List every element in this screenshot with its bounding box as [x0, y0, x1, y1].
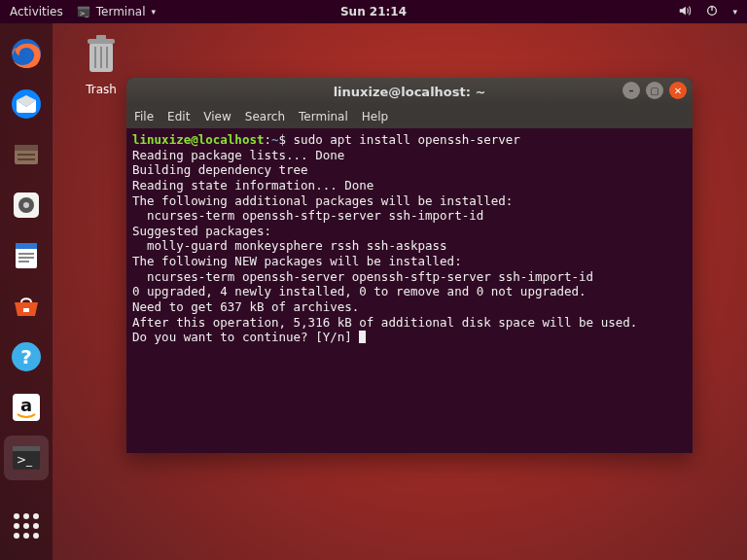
prompt-path: ~: [271, 132, 279, 147]
writer-icon: [9, 238, 44, 273]
shutdown-icon: [705, 4, 719, 18]
chevron-down-icon: ▾: [151, 7, 156, 17]
output-line: Reading package lists... Done: [132, 148, 344, 162]
window-minimize-button[interactable]: –: [622, 82, 640, 99]
sound-icon[interactable]: [678, 4, 692, 20]
output-line: The following NEW packages will be insta…: [132, 254, 462, 268]
firefox-icon: [9, 36, 44, 71]
dock-rhythmbox[interactable]: [4, 183, 49, 228]
apps-grid-icon: [14, 513, 39, 539]
svg-rect-8: [15, 145, 38, 151]
power-icon[interactable]: [705, 4, 719, 20]
clock[interactable]: Sun 21:14: [340, 5, 407, 18]
menu-file[interactable]: File: [134, 110, 154, 123]
terminal-window: linuxize@localhost: ~ – ▢ ✕ File Edit Vi…: [126, 78, 693, 453]
dock-firefox[interactable]: [4, 31, 49, 76]
window-maximize-button[interactable]: ▢: [646, 82, 663, 99]
terminal-body[interactable]: linuxize@localhost:~$ sudo apt install o…: [126, 128, 693, 453]
window-close-button[interactable]: ✕: [669, 82, 687, 99]
svg-rect-25: [13, 446, 40, 451]
dock-thunderbird[interactable]: [4, 82, 49, 126]
top-bar: Activities >_ Terminal ▾ Sun 21:14 ▾: [0, 0, 747, 23]
output-line: ncurses-term openssh-server openssh-sftp…: [132, 269, 593, 284]
trash-label: Trash: [72, 83, 130, 96]
svg-rect-15: [16, 243, 37, 249]
volume-icon: [678, 4, 692, 18]
output-line: Building dependency tree: [132, 162, 308, 177]
window-titlebar[interactable]: linuxize@localhost: ~ – ▢ ✕: [126, 78, 693, 105]
terminal-icon: >_: [77, 5, 90, 18]
software-icon: [9, 289, 44, 324]
menu-terminal[interactable]: Terminal: [299, 110, 348, 123]
activities-button[interactable]: Activities: [10, 5, 63, 18]
system-menu-chevron-icon[interactable]: ▾: [732, 7, 737, 17]
prompt-sep: :: [264, 132, 271, 147]
output-line: Need to get 637 kB of archives.: [132, 299, 359, 314]
svg-rect-19: [23, 308, 29, 312]
app-menu[interactable]: >_ Terminal ▾: [77, 5, 156, 18]
rhythmbox-icon: [9, 188, 44, 223]
svg-text:?: ?: [20, 345, 32, 368]
svg-rect-16: [18, 253, 34, 255]
app-menu-label: Terminal: [96, 5, 146, 18]
dock-terminal[interactable]: >_: [4, 436, 49, 480]
amazon-icon: a: [9, 390, 44, 425]
thunderbird-icon: [9, 87, 44, 122]
files-icon: [9, 137, 44, 172]
output-line: molly-guard monkeysphere rssh ssh-askpas…: [132, 238, 447, 253]
svg-rect-30: [96, 35, 106, 40]
dock-files[interactable]: [4, 132, 49, 177]
svg-rect-18: [18, 261, 29, 262]
menu-search[interactable]: Search: [245, 110, 285, 123]
dock-amazon[interactable]: a: [4, 385, 49, 430]
menu-view[interactable]: View: [203, 110, 231, 123]
output-line: Do you want to continue? [Y/n]: [132, 330, 359, 344]
dock-help[interactable]: ?: [4, 334, 49, 379]
svg-rect-17: [18, 257, 34, 259]
output-line: After this operation, 5,316 kB of additi…: [132, 315, 637, 330]
help-icon: ?: [9, 339, 44, 374]
svg-text:a: a: [20, 395, 32, 415]
svg-point-13: [23, 202, 29, 208]
output-line: Suggested packages:: [132, 224, 271, 238]
launcher-dock: ? a >_: [0, 23, 53, 560]
svg-rect-10: [18, 158, 35, 160]
show-applications-button[interactable]: [4, 504, 49, 548]
window-controls: – ▢ ✕: [622, 82, 687, 99]
svg-text:>_: >_: [17, 453, 33, 467]
output-line: Reading state information... Done: [132, 178, 374, 192]
window-menubar: File Edit View Search Terminal Help: [126, 105, 693, 128]
prompt-user: linuxize@localhost: [132, 132, 264, 147]
menu-edit[interactable]: Edit: [167, 110, 190, 123]
terminal-cursor: [359, 331, 366, 343]
dock-writer[interactable]: [4, 233, 49, 278]
trash-icon: [82, 33, 121, 76]
svg-text:>_: >_: [79, 10, 89, 18]
window-title: linuxize@localhost: ~: [334, 85, 486, 99]
desktop-trash[interactable]: Trash: [72, 33, 130, 96]
svg-rect-9: [18, 154, 35, 156]
output-line: ncurses-term openssh-sftp-server ssh-imp…: [132, 208, 483, 223]
output-line: 0 upgraded, 4 newly installed, 0 to remo…: [132, 284, 587, 298]
output-line: The following additional packages will b…: [132, 193, 513, 208]
terminal-app-icon: >_: [9, 440, 44, 475]
menu-help[interactable]: Help: [362, 110, 388, 123]
dock-software[interactable]: [4, 284, 49, 329]
command-text: sudo apt install openssh-server: [294, 132, 520, 147]
prompt-end: $: [279, 132, 294, 147]
